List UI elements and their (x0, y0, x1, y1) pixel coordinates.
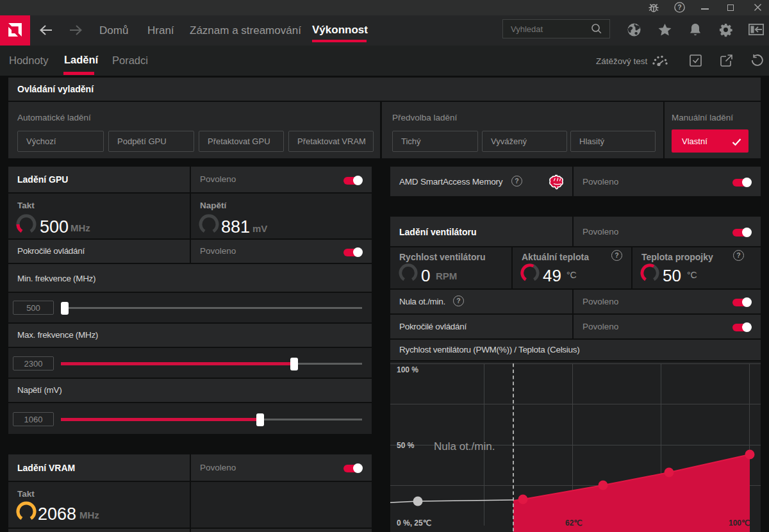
svg-text:Nula ot./min.: Nula ot./min. (434, 440, 495, 453)
svg-text:0 %, 25℃: 0 %, 25℃ (397, 519, 431, 528)
svg-text:?: ? (677, 3, 681, 11)
svg-text:100 %: 100 % (397, 365, 418, 374)
svg-text:50 %: 50 % (397, 441, 415, 450)
svg-text:62℃: 62℃ (565, 519, 583, 528)
svg-text:100℃: 100℃ (729, 519, 750, 528)
